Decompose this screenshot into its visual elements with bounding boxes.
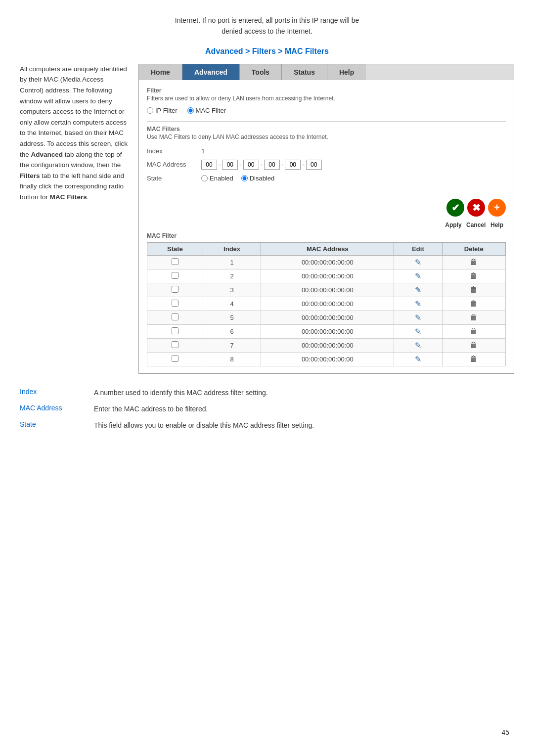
delete-icon[interactable]: 🗑 [470,299,478,308]
apply-label: Apply [445,222,462,228]
button-labels: Apply Cancel Help [139,222,514,232]
row-edit[interactable]: ✎ [394,324,442,338]
row-mac: 00:00:00:00:00:00 [261,324,394,338]
index-row: Index 1 [147,147,506,155]
enabled-option[interactable]: Enabled [201,175,233,182]
row-delete[interactable]: 🗑 [442,255,505,269]
row-state-checkbox[interactable] [172,327,178,334]
edit-icon[interactable]: ✎ [415,313,421,322]
row-delete[interactable]: 🗑 [442,338,505,352]
mac-inputs: - - - - - [201,160,322,170]
ip-filter-radio[interactable] [147,107,153,114]
table-row: 700:00:00:00:00:00✎🗑 [147,338,506,352]
mac-octet-6[interactable] [306,160,322,170]
nav-help[interactable]: Help [327,64,366,80]
row-delete[interactable]: 🗑 [442,297,505,311]
disabled-option[interactable]: Disabled [241,175,275,182]
edit-icon[interactable]: ✎ [415,341,421,350]
state-label: State [147,175,201,182]
router-panel: Home Advanced Tools Status Help Filter F… [138,64,514,374]
row-state [147,255,203,269]
row-edit[interactable]: ✎ [394,255,442,269]
mac-octet-4[interactable] [264,160,280,170]
mac-octet-1[interactable] [201,160,217,170]
desc-term: State [20,420,84,431]
cancel-button[interactable]: ✖ [467,199,485,217]
col-delete: Delete [442,242,505,255]
ip-filter-option[interactable]: IP Filter [147,107,178,114]
delete-icon[interactable]: 🗑 [470,285,478,294]
apply-button[interactable]: ✔ [446,199,464,217]
delete-icon[interactable]: 🗑 [470,341,478,349]
delete-icon[interactable]: 🗑 [470,271,478,280]
row-state-checkbox[interactable] [172,300,178,307]
mac-octet-3[interactable] [243,160,259,170]
mac-octet-5[interactable] [285,160,301,170]
mac-filter-table-section: MAC Filter State Index MAC Address Edit … [139,232,514,373]
row-state [147,324,203,338]
row-edit[interactable]: ✎ [394,338,442,352]
help-label: Help [488,222,506,228]
row-delete[interactable]: 🗑 [442,269,505,283]
col-index: Index [203,242,261,255]
row-delete[interactable]: 🗑 [442,311,505,324]
delete-icon[interactable]: 🗑 [470,258,478,266]
desc-text: Enter the MAC address to be filtered. [94,404,514,414]
edit-icon[interactable]: ✎ [415,258,421,267]
row-state [147,269,203,283]
mac-address-label: MAC Address [147,161,201,168]
row-state [147,352,203,366]
cancel-label: Cancel [466,222,484,228]
row-mac: 00:00:00:00:00:00 [261,352,394,366]
left-description: All computers are uniquely identified by… [20,64,129,203]
nav-bar: Home Advanced Tools Status Help [139,64,514,80]
row-delete[interactable]: 🗑 [442,283,505,297]
table-row: 100:00:00:00:00:00✎🗑 [147,255,506,269]
help-button[interactable]: + [488,199,506,217]
disabled-radio[interactable] [241,175,248,181]
table-row: 200:00:00:00:00:00✎🗑 [147,269,506,283]
row-state-checkbox[interactable] [172,258,178,265]
row-mac: 00:00:00:00:00:00 [261,311,394,324]
row-state-checkbox[interactable] [172,272,178,279]
row-index: 5 [203,311,261,324]
row-index: 4 [203,297,261,311]
row-state [147,283,203,297]
row-state [147,338,203,352]
row-edit[interactable]: ✎ [394,352,442,366]
nav-advanced[interactable]: Advanced [182,64,240,80]
enabled-radio[interactable] [201,175,208,181]
row-state-checkbox[interactable] [172,313,178,320]
top-paragraph: Internet. If no port is entered, all por… [20,15,514,37]
row-state-checkbox[interactable] [172,286,178,293]
row-edit[interactable]: ✎ [394,311,442,324]
row-edit[interactable]: ✎ [394,269,442,283]
edit-icon[interactable]: ✎ [415,355,421,363]
index-value: 1 [201,147,205,155]
row-delete[interactable]: 🗑 [442,324,505,338]
row-state-checkbox[interactable] [172,355,178,362]
mac-filter-option[interactable]: MAC Filter [187,107,226,114]
delete-icon[interactable]: 🗑 [470,355,478,363]
table-row: 400:00:00:00:00:00✎🗑 [147,297,506,311]
mac-filters-title: MAC Filters [147,126,506,133]
delete-icon[interactable]: 🗑 [470,327,478,335]
row-state-checkbox[interactable] [172,341,178,348]
nav-tools[interactable]: Tools [240,64,282,80]
nav-status[interactable]: Status [282,64,327,80]
edit-icon[interactable]: ✎ [415,327,421,336]
desc-term: MAC Address [20,404,84,414]
mac-octet-2[interactable] [222,160,238,170]
row-edit[interactable]: ✎ [394,283,442,297]
delete-icon[interactable]: 🗑 [470,313,478,321]
col-mac: MAC Address [261,242,394,255]
edit-icon[interactable]: ✎ [415,300,421,308]
mac-filter-radio[interactable] [187,107,194,114]
enabled-label: Enabled [210,175,233,182]
edit-icon[interactable]: ✎ [415,272,421,280]
row-delete[interactable]: 🗑 [442,352,505,366]
edit-icon[interactable]: ✎ [415,286,421,294]
nav-home[interactable]: Home [139,64,182,80]
row-index: 1 [203,255,261,269]
row-edit[interactable]: ✎ [394,297,442,311]
